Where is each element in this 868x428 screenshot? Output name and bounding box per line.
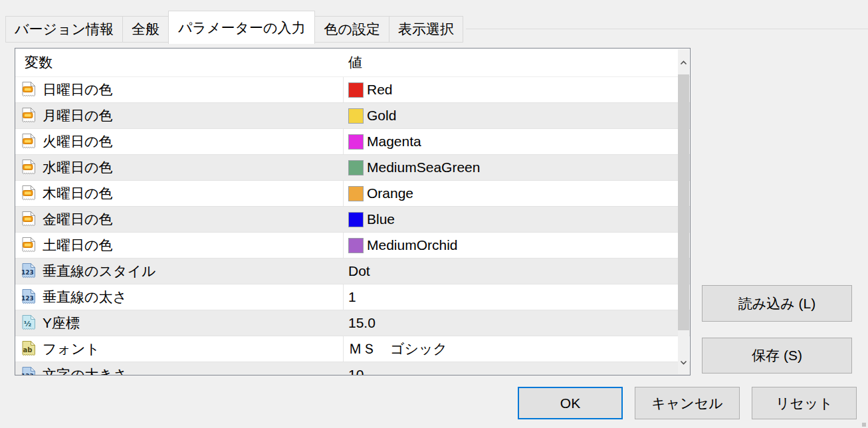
- value-cell: Red: [343, 77, 690, 102]
- variable-label: 木曜日の色: [43, 184, 113, 203]
- variable-cell: 日曜日の色: [15, 77, 343, 102]
- integer-parameter-icon: 123: [20, 263, 37, 280]
- tab-label: バージョン情報: [15, 20, 114, 39]
- parameter-list: 変数 値 日曜日の色 Red 月曜日の色 Gold 火曜日の色 Magenta: [15, 48, 691, 375]
- chevron-down-icon: [680, 356, 687, 368]
- save-button[interactable]: 保存 (S): [702, 338, 852, 374]
- value-cell: 15.0: [343, 310, 690, 336]
- svg-text:123: 123: [21, 295, 34, 302]
- ok-button[interactable]: OK: [518, 387, 623, 419]
- color-swatch: [348, 160, 364, 175]
- tab-label: 色の設定: [324, 20, 380, 39]
- scrollbar-thumb[interactable]: [678, 74, 689, 330]
- color-swatch: [348, 82, 364, 98]
- color-parameter-icon: [20, 107, 37, 124]
- color-parameter-icon: [20, 159, 37, 176]
- svg-text:½: ½: [24, 320, 31, 328]
- load-button[interactable]: 読み込み (L): [702, 285, 852, 322]
- table-row[interactable]: 土曜日の色 MediumOrchid: [15, 233, 690, 259]
- value-label: Orange: [367, 185, 413, 201]
- table-row[interactable]: 123 文字の大きさ 10: [15, 362, 690, 375]
- value-cell: ＭＳ ゴシック: [343, 336, 690, 362]
- value-label: 10: [348, 367, 364, 375]
- integer-parameter-icon: 123: [20, 288, 37, 306]
- tab-version-info[interactable]: バージョン情報: [5, 16, 123, 43]
- variable-cell: 水曜日の色: [15, 155, 343, 180]
- color-swatch: [348, 134, 364, 150]
- tab-color-settings[interactable]: 色の設定: [314, 16, 389, 43]
- value-label: Dot: [348, 263, 370, 279]
- value-label: 1: [348, 289, 356, 305]
- table-row[interactable]: 水曜日の色 MediumSeaGreen: [15, 155, 690, 181]
- resize-grip: [862, 423, 866, 427]
- variable-cell: 土曜日の色: [15, 233, 343, 258]
- value-cell: MediumOrchid: [343, 233, 690, 258]
- cancel-button[interactable]: キャンセル: [635, 387, 740, 419]
- scrollbar-down-button[interactable]: [678, 349, 689, 374]
- color-parameter-icon: [20, 185, 37, 202]
- table-row[interactable]: ab フォント ＭＳ ゴシック: [15, 336, 690, 362]
- value-cell: MediumSeaGreen: [343, 155, 690, 180]
- variable-label: 垂直線の太さ: [43, 288, 127, 306]
- value-cell: 1: [343, 284, 690, 310]
- tab-parameter-input[interactable]: パラメーターの入力: [168, 11, 315, 44]
- table-row[interactable]: 木曜日の色 Orange: [15, 181, 690, 207]
- variable-cell: 123 文字の大きさ: [15, 362, 343, 375]
- color-swatch: [348, 186, 364, 201]
- variable-label: フォント: [43, 340, 100, 358]
- variable-label: 日曜日の色: [43, 80, 113, 99]
- table-row[interactable]: ½ Y座標 15.0: [15, 310, 690, 336]
- color-parameter-icon: [20, 237, 37, 254]
- tab-label: パラメーターの入力: [178, 19, 305, 37]
- list-header: 変数 値: [15, 49, 690, 77]
- table-row[interactable]: 123 垂直線のスタイル Dot: [15, 259, 690, 284]
- reset-button[interactable]: リセット: [752, 387, 857, 419]
- value-cell: 10: [343, 362, 690, 375]
- value-label: MediumOrchid: [367, 237, 458, 253]
- value-label: Gold: [367, 108, 396, 124]
- string-parameter-icon: ab: [20, 340, 37, 358]
- color-parameter-icon: [20, 211, 37, 228]
- tab-label: 全般: [132, 20, 160, 39]
- tab-label: 表示選択: [398, 20, 454, 39]
- table-row[interactable]: 金曜日の色 Blue: [15, 207, 690, 233]
- variable-label: 月曜日の色: [43, 106, 113, 125]
- color-swatch: [348, 238, 364, 253]
- svg-text:123: 123: [21, 373, 34, 376]
- variable-label: 水曜日の色: [43, 158, 113, 177]
- table-row[interactable]: 火曜日の色 Magenta: [15, 129, 690, 155]
- value-cell: Gold: [343, 103, 690, 128]
- parameter-rows: 日曜日の色 Red 月曜日の色 Gold 火曜日の色 Magenta 水曜日の色: [15, 77, 690, 375]
- value-label: Blue: [367, 211, 395, 227]
- variable-label: 文字の大きさ: [43, 366, 127, 375]
- svg-text:ab: ab: [23, 346, 33, 354]
- variable-cell: 火曜日の色: [15, 129, 343, 154]
- value-label: 15.0: [348, 315, 376, 331]
- table-row[interactable]: 日曜日の色 Red: [15, 77, 690, 103]
- tab-display-selection[interactable]: 表示選択: [389, 16, 463, 43]
- variable-cell: 月曜日の色: [15, 103, 343, 128]
- table-row[interactable]: 月曜日の色 Gold: [15, 103, 690, 129]
- tabstrip-divider: [466, 29, 868, 29]
- color-parameter-icon: [20, 81, 37, 98]
- table-row[interactable]: 123 垂直線の太さ 1: [15, 284, 690, 310]
- variable-cell: 123 垂直線のスタイル: [15, 259, 343, 284]
- scrollbar-up-button[interactable]: [678, 49, 689, 74]
- double-parameter-icon: ½: [20, 314, 37, 332]
- integer-parameter-icon: 123: [20, 366, 37, 375]
- value-cell: Magenta: [343, 129, 690, 154]
- value-label: Magenta: [367, 134, 421, 150]
- variable-label: 垂直線のスタイル: [43, 262, 156, 280]
- variable-cell: 123 垂直線の太さ: [15, 284, 343, 310]
- color-swatch: [348, 108, 364, 124]
- variable-label: 火曜日の色: [43, 132, 113, 151]
- value-label: MediumSeaGreen: [367, 160, 480, 175]
- vertical-scrollbar[interactable]: [678, 49, 689, 374]
- variable-cell: ab フォント: [15, 336, 343, 362]
- tab-general[interactable]: 全般: [122, 16, 169, 43]
- chevron-up-icon: [680, 56, 687, 68]
- variable-label: Y座標: [43, 314, 80, 332]
- value-label: Red: [367, 82, 393, 98]
- color-swatch: [348, 212, 364, 227]
- svg-text:123: 123: [21, 269, 34, 276]
